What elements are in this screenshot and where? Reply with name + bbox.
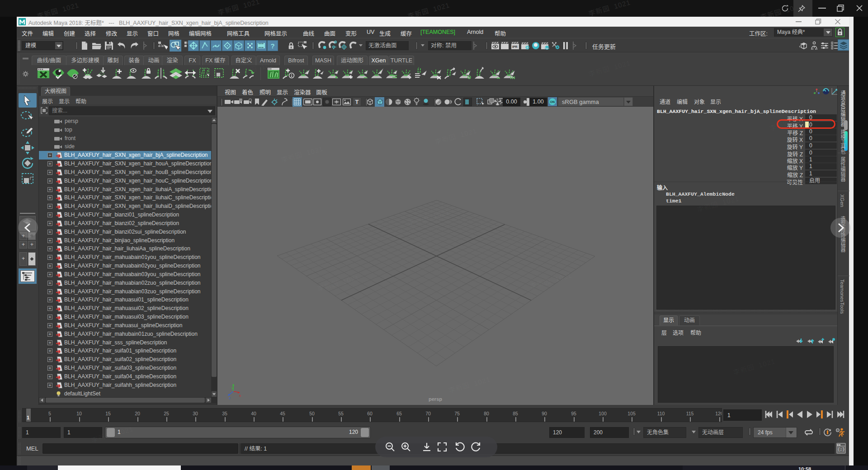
svg-text:ON: ON	[550, 100, 555, 103]
svg-text:IPR: IPR	[512, 45, 518, 48]
svg-text:y: y	[231, 385, 233, 390]
